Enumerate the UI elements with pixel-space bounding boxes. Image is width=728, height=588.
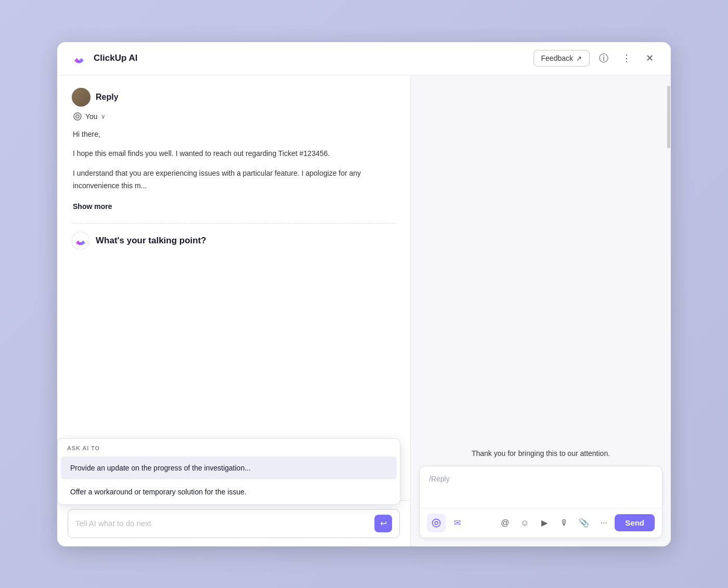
compose-toolbar: ✉ @ ☺ ▶ 🎙 📎 — [420, 508, 662, 538]
ai-logo-icon — [72, 232, 89, 250]
chat-message: Thank you for bringing this to our atten… — [421, 448, 660, 459]
svg-point-5 — [435, 521, 438, 525]
at-icon: @ — [501, 518, 509, 528]
main-content: Reply You ∨ Hi there, — [57, 75, 671, 546]
header-left: ClickUp AI — [70, 49, 137, 68]
clickup-logo-icon — [70, 49, 88, 68]
sender-icon — [73, 112, 82, 121]
feedback-button[interactable]: Feedback ↗ — [534, 50, 590, 67]
scrollbar-thumb[interactable] — [667, 86, 670, 148]
scrollbar-track[interactable] — [667, 75, 671, 546]
ai-input-box: ↩ — [68, 509, 400, 538]
ai-input-area: ↩ — [57, 500, 410, 546]
svg-point-3 — [72, 232, 89, 250]
ai-panel: Reply You ∨ Hi there, — [57, 75, 411, 546]
send-button[interactable]: Send — [615, 514, 655, 531]
emoji-icon[interactable]: ☺ — [516, 514, 534, 532]
app-title: ClickUp AI — [94, 53, 137, 63]
submit-button[interactable]: ↩ — [374, 515, 392, 532]
smiley-icon: ☺ — [521, 518, 529, 528]
info-button[interactable]: ⓘ — [595, 49, 613, 67]
ai-content: Reply You ∨ Hi there, — [57, 75, 410, 500]
close-icon: ✕ — [646, 53, 654, 64]
reply-title: Reply — [96, 93, 119, 102]
email-body: Hi there, I hope this email finds you we… — [72, 128, 396, 213]
feedback-label: Feedback — [541, 54, 573, 62]
svg-point-2 — [76, 115, 79, 118]
suggestion-text: Provide an update on the progress of the… — [70, 464, 251, 472]
more-tools-button[interactable]: ··· — [595, 514, 613, 532]
sender-name: You — [85, 112, 98, 121]
sender-row: You ∨ — [72, 112, 396, 121]
clickup-ai-panel: ClickUp AI Feedback ↗ ⓘ ⋮ ✕ — [57, 42, 671, 546]
header: ClickUp AI Feedback ↗ ⓘ ⋮ ✕ — [57, 42, 671, 75]
compose-area: /Reply ✉ @ — [419, 466, 662, 538]
mic-icon: 🎙 — [560, 518, 568, 528]
email-tab[interactable]: ✉ — [448, 514, 466, 532]
close-button[interactable]: ✕ — [641, 49, 658, 67]
suggestion-text: Offer a workaround or temporary solution… — [70, 488, 246, 496]
avatar — [72, 88, 90, 107]
more-options-button[interactable]: ⋮ — [618, 49, 635, 67]
submit-icon: ↩ — [380, 518, 387, 528]
camera-icon: ▶ — [541, 518, 548, 528]
attach-icon[interactable]: 📎 — [575, 514, 593, 532]
header-right: Feedback ↗ ⓘ ⋮ ✕ — [534, 49, 658, 67]
svg-point-4 — [433, 519, 440, 527]
chat-area: Thank you for bringing this to our atten… — [411, 75, 671, 466]
paperclip-icon: 📎 — [579, 518, 589, 528]
reply-section: Reply You ∨ Hi there, — [72, 88, 396, 213]
email-icon: ✉ — [454, 518, 461, 528]
mention-icon[interactable]: @ — [496, 514, 514, 532]
ellipsis-icon: ··· — [601, 518, 607, 528]
email-greeting: Hi there, — [73, 128, 396, 141]
info-icon: ⓘ — [599, 52, 608, 64]
right-panel: Thank you for bringing this to our atten… — [411, 75, 671, 546]
compose-text-area[interactable]: /Reply — [420, 466, 662, 508]
talking-point-heading: What's your talking point? — [96, 236, 206, 246]
chevron-down-icon[interactable]: ∨ — [101, 113, 106, 120]
svg-point-1 — [74, 113, 81, 120]
email-paragraph-1: I hope this email finds you well. I want… — [73, 148, 396, 160]
email-paragraph-2: I understand that you are experiencing i… — [73, 167, 396, 192]
suggestion-item[interactable]: Provide an update on the progress of the… — [61, 456, 397, 479]
video-icon[interactable]: ▶ — [536, 514, 553, 532]
avatar-image — [72, 88, 90, 107]
comment-tab[interactable] — [427, 514, 446, 532]
audio-icon[interactable]: 🎙 — [555, 514, 573, 532]
reply-header: Reply — [72, 88, 396, 107]
suggestions-dropdown: ASK AI TO Provide an update on the progr… — [57, 438, 400, 505]
show-more-button[interactable]: Show more — [73, 201, 112, 213]
external-link-icon: ↗ — [576, 55, 582, 62]
suggestions-header: ASK AI TO — [58, 439, 400, 455]
ai-talking-point: What's your talking point? — [72, 223, 396, 258]
suggestion-item[interactable]: Offer a workaround or temporary solution… — [61, 480, 397, 503]
more-icon: ⋮ — [622, 53, 631, 64]
ai-input[interactable] — [75, 519, 369, 528]
svg-point-0 — [70, 49, 88, 68]
